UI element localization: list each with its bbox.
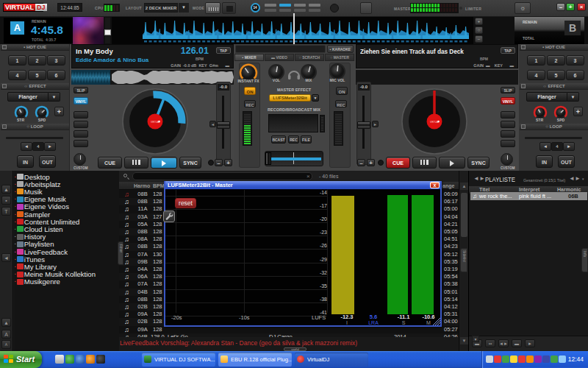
- svg-text:VIRTUAL: VIRTUAL: [151, 121, 160, 124]
- svg-text:VIRTUAL: VIRTUAL: [430, 121, 440, 124]
